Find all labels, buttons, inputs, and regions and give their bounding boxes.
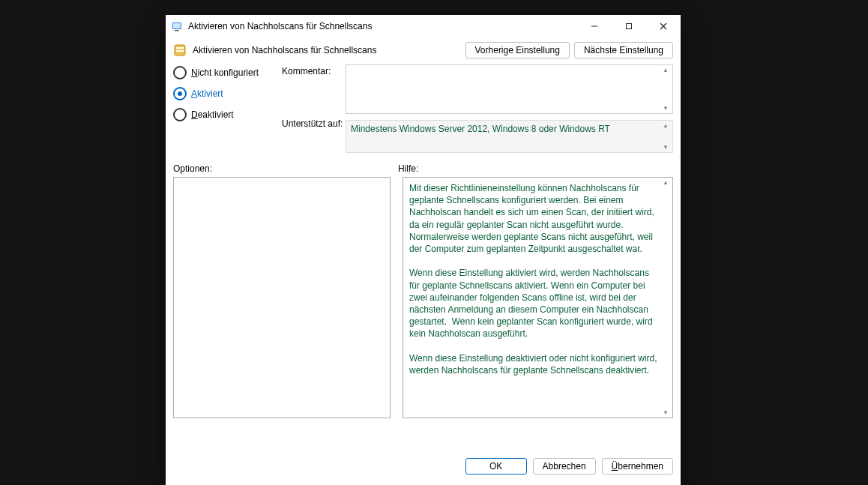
options-label: Optionen:: [173, 163, 398, 174]
nav-buttons: Vorherige Einstellung Nächste Einstellun…: [465, 42, 673, 58]
svg-rect-1: [173, 23, 181, 28]
supported-on-text: Mindestens Windows Server 2012, Windows …: [351, 124, 610, 134]
panel-labels: Optionen: Hilfe:: [166, 153, 681, 177]
scroll-down-icon: ▼: [660, 409, 671, 416]
app-icon: [172, 20, 184, 32]
header-row: Aktivieren von Nachholscans für Schnells…: [166, 37, 681, 64]
radio-not-configured[interactable]: Nicht konfiguriert: [173, 66, 282, 79]
side-labels: Kommentar: Unterstützt auf:: [282, 64, 346, 129]
options-panel: [173, 177, 391, 418]
titlebar: Aktivieren von Nachholscans für Schnells…: [166, 15, 681, 37]
scroll-down-icon: ▼: [660, 105, 671, 112]
comment-label: Kommentar:: [282, 66, 346, 76]
state-radios: Nicht konfiguriert Aktiviert Deaktiviert: [173, 64, 282, 121]
dialog-footer: OK Abbrechen Übernehmen: [166, 449, 681, 485]
comment-textarea[interactable]: ▲ ▼: [346, 64, 673, 114]
dialog-window: Aktivieren von Nachholscans für Schnells…: [166, 15, 681, 485]
svg-rect-7: [176, 50, 184, 52]
radio-label: Aktiviert: [191, 88, 223, 99]
supported-on-box: Mindestens Windows Server 2012, Windows …: [346, 120, 673, 153]
maximize-button[interactable]: [612, 15, 646, 37]
svg-rect-6: [176, 47, 184, 49]
radio-label: Deaktiviert: [191, 109, 234, 120]
radio-icon: [173, 66, 187, 79]
panels: Mit dieser Richtlinieneinstellung können…: [166, 177, 681, 449]
close-button[interactable]: [646, 15, 681, 37]
scroll-up-icon: ▲: [660, 179, 671, 186]
scroll-arrows[interactable]: ▲ ▼: [660, 67, 671, 112]
help-text: Mit dieser Richtlinieneinstellung können…: [403, 178, 672, 418]
help-label: Hilfe:: [398, 163, 673, 174]
policy-icon: [173, 43, 187, 57]
radio-activated[interactable]: Aktiviert: [173, 87, 282, 100]
scroll-up-icon: ▲: [660, 122, 671, 129]
svg-rect-2: [175, 30, 179, 31]
supported-label: Unterstützt auf:: [282, 118, 346, 129]
scroll-arrows[interactable]: ▲ ▼: [660, 122, 671, 151]
ok-button[interactable]: OK: [465, 458, 527, 475]
window-title: Aktivieren von Nachholscans für Schnells…: [188, 21, 577, 31]
next-setting-button[interactable]: Nächste Einstellung: [574, 42, 673, 58]
scroll-up-icon: ▲: [660, 67, 671, 73]
svg-rect-4: [627, 24, 632, 29]
radio-deactivated[interactable]: Deaktiviert: [173, 108, 282, 121]
radio-icon: [173, 87, 187, 100]
radio-icon: [173, 108, 187, 121]
radio-label: Nicht konfiguriert: [191, 67, 259, 78]
comment-column: ▲ ▼ Mindestens Windows Server 2012, Wind…: [346, 64, 673, 153]
policy-name-label: Aktivieren von Nachholscans für Schnells…: [193, 45, 465, 55]
minimize-button[interactable]: [577, 15, 612, 37]
scroll-arrows[interactable]: ▲ ▼: [660, 179, 671, 416]
svg-rect-3: [591, 26, 597, 27]
help-panel: Mit dieser Richtlinieneinstellung können…: [403, 177, 673, 418]
apply-button[interactable]: Übernehmen: [602, 458, 673, 475]
scroll-down-icon: ▼: [660, 144, 671, 151]
previous-setting-button[interactable]: Vorherige Einstellung: [465, 42, 570, 58]
cancel-button[interactable]: Abbrechen: [533, 458, 596, 475]
state-and-comment-area: Nicht konfiguriert Aktiviert Deaktiviert…: [166, 64, 681, 153]
